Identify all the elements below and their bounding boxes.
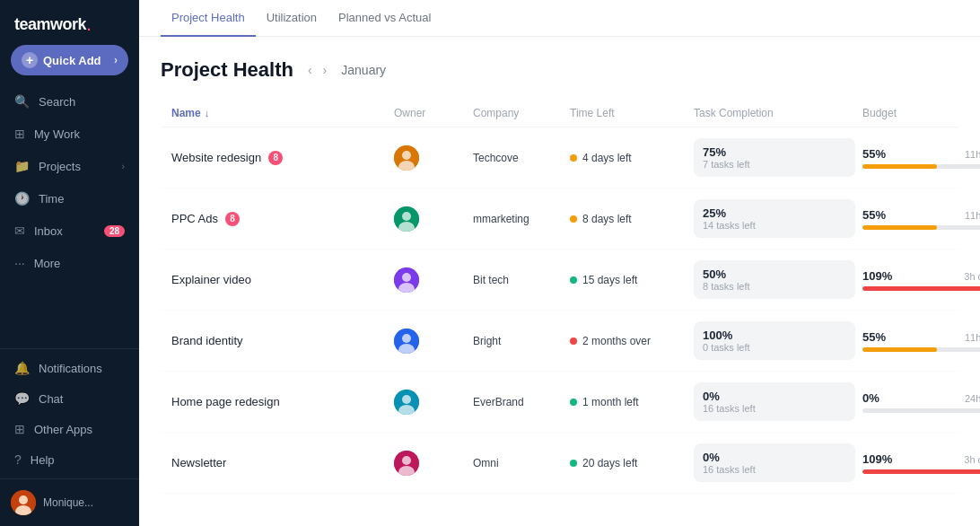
inbox-icon: ✉ — [14, 224, 25, 238]
sidebar-item-search[interactable]: 🔍 Search — [0, 86, 139, 117]
sidebar-bottom-nav: 🔔 Notifications 💬 Chat ⊞ Other Apps ? He… — [0, 348, 139, 478]
task-completion-cell: 50% 8 tasks left — [694, 260, 855, 299]
project-name: PPC Ads — [171, 212, 218, 225]
budget-top: 55% 11h left — [862, 208, 980, 222]
sidebar-item-notifications[interactable]: 🔔 Notifications — [0, 353, 139, 383]
clock-icon: 🕐 — [14, 191, 30, 206]
main-content: Project Health Utilization Planned vs Ac… — [139, 0, 980, 526]
budget-top: 0% 24h left — [862, 391, 980, 405]
table-row[interactable]: Website redesign 8 Techcove 4 days left … — [161, 127, 958, 188]
sidebar-item-more[interactable]: ··· More — [0, 248, 139, 278]
svg-point-10 — [402, 273, 411, 282]
content-area: Project Health ‹ › January Name ↓ Owner … — [139, 37, 980, 526]
top-nav: Project Health Utilization Planned vs Ac… — [139, 0, 980, 37]
sidebar-item-label: Time — [39, 192, 64, 206]
owner-cell — [394, 206, 466, 232]
logo-text: teamwork — [14, 15, 86, 34]
user-profile[interactable]: Monique... — [0, 478, 139, 526]
row-name: Brand identity — [171, 334, 387, 347]
sidebar-item-projects-left: 📁 Projects — [14, 159, 81, 173]
sidebar-item-other-apps[interactable]: ⊞ Other Apps — [0, 414, 139, 444]
owner-cell — [394, 451, 466, 476]
progress-bar — [862, 225, 980, 230]
month-nav: ‹ › — [304, 61, 330, 79]
sidebar-item-label: Notifications — [39, 362, 102, 375]
prev-month-button[interactable]: ‹ — [304, 61, 316, 79]
sidebar-item-label: Help — [31, 453, 55, 467]
table-row[interactable]: Explainer video Bit tech 15 days left 50… — [161, 250, 958, 311]
time-dot — [570, 338, 577, 345]
table-row[interactable]: Brand identity Bright 2 months over 100%… — [161, 311, 958, 372]
progress-fill — [862, 469, 980, 474]
time-left-cell: 15 days left — [570, 274, 687, 286]
task-pct: 75% — [703, 145, 846, 159]
progress-bar — [862, 286, 980, 291]
time-left-text: 1 month left — [582, 396, 639, 408]
owner-cell — [394, 145, 466, 171]
row-name: Website redesign 8 — [171, 151, 387, 165]
projects-table: Name ↓ Owner Company Time Left Task Comp… — [161, 100, 958, 494]
col-owner: Owner — [394, 107, 466, 119]
table-row[interactable]: Newsletter Omni 20 days left 0% 16 tasks… — [161, 433, 958, 494]
name-badge: 8 — [225, 212, 240, 226]
owner-avatar — [394, 145, 419, 171]
budget-top: 109% 3h over — [862, 452, 980, 466]
inbox-badge: 28 — [104, 225, 125, 237]
time-dot — [570, 460, 577, 467]
table-row[interactable]: PPC Ads 8 mmarketing 8 days left 25% 14 … — [161, 188, 958, 250]
sidebar-item-my-work[interactable]: ⊞ My Work — [0, 118, 139, 149]
progress-bar — [862, 408, 980, 413]
time-dot — [570, 276, 577, 284]
task-completion-cell: 0% 16 tasks left — [694, 443, 855, 482]
bell-icon: 🔔 — [14, 361, 30, 375]
sidebar-item-projects[interactable]: 📁 Projects › — [0, 151, 139, 181]
sidebar-nav: 🔍 Search ⊞ My Work 📁 Projects › 🕐 Time ✉… — [0, 83, 139, 348]
quick-add-button[interactable]: + Quick Add › — [11, 45, 128, 75]
progress-bar — [862, 164, 980, 169]
row-name: PPC Ads 8 — [171, 212, 387, 226]
col-time-left: Time Left — [570, 107, 687, 119]
task-completion-cell: 75% 7 tasks left — [694, 138, 855, 177]
tab-project-health[interactable]: Project Health — [161, 0, 256, 37]
sort-icon: ↓ — [205, 108, 210, 118]
time-left-text: 2 months over — [582, 335, 651, 347]
svg-point-13 — [402, 334, 411, 343]
budget-pct: 0% — [862, 391, 879, 405]
month-label: January — [341, 63, 386, 77]
time-left-text: 20 days left — [582, 457, 637, 469]
time-left-text: 8 days left — [582, 213, 632, 225]
time-dot — [570, 215, 577, 223]
tab-planned-vs-actual[interactable]: Planned vs Actual — [328, 0, 442, 37]
grid-icon: ⊞ — [14, 127, 25, 141]
tab-utilization[interactable]: Utilization — [256, 0, 328, 37]
table-row[interactable]: Home page redesign EverBrand 1 month lef… — [161, 372, 958, 433]
svg-point-7 — [402, 212, 411, 221]
project-name: Newsletter — [171, 456, 226, 469]
company-cell: Omni — [473, 457, 563, 469]
sidebar-item-inbox[interactable]: ✉ Inbox 28 — [0, 215, 139, 246]
sidebar-item-label: Projects — [39, 160, 81, 173]
time-left-cell: 2 months over — [570, 335, 687, 347]
task-sub: 8 tasks left — [703, 281, 846, 292]
sidebar-item-time[interactable]: 🕐 Time — [0, 183, 139, 214]
company-cell: Bright — [473, 335, 563, 347]
task-sub: 7 tasks left — [703, 159, 846, 170]
logo-dot: . — [86, 14, 92, 34]
user-item[interactable]: Monique... — [11, 490, 128, 515]
company-cell: Techcove — [473, 152, 563, 164]
svg-point-16 — [402, 395, 411, 404]
col-name[interactable]: Name ↓ — [171, 107, 387, 119]
progress-fill — [862, 347, 937, 352]
task-pct: 0% — [703, 390, 846, 403]
task-pct: 50% — [703, 267, 846, 281]
budget-pct: 109% — [862, 452, 892, 466]
sidebar: teamwork. + Quick Add › 🔍 Search ⊞ My Wo… — [0, 0, 139, 526]
next-month-button[interactable]: › — [319, 61, 331, 79]
col-company: Company — [473, 107, 563, 119]
help-icon: ? — [14, 452, 22, 467]
sidebar-item-chat[interactable]: 💬 Chat — [0, 383, 139, 414]
row-name: Newsletter — [171, 456, 387, 469]
col-budget: Budget — [862, 107, 980, 119]
task-pct: 100% — [703, 329, 846, 342]
sidebar-item-help[interactable]: ? Help — [0, 444, 139, 475]
